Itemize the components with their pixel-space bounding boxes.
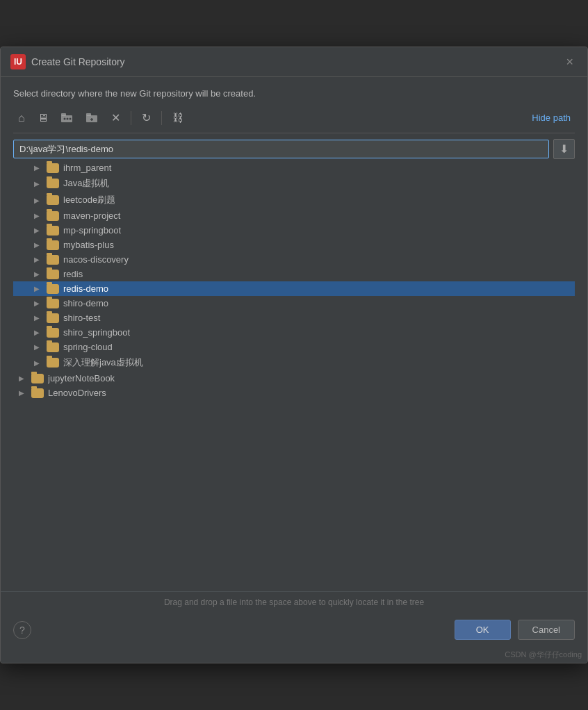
- recent-folder-button[interactable]: [56, 110, 79, 126]
- tree-item[interactable]: ▶mp-springboot: [13, 223, 575, 238]
- close-button[interactable]: ×: [562, 54, 578, 69]
- folder-icon: [47, 284, 59, 294]
- item-label: spring-cloud: [63, 342, 569, 352]
- dialog-subtitle: Select directory where the new Git repos…: [13, 88, 575, 99]
- item-label: 深入理解java虚拟机: [63, 356, 569, 369]
- desktop-button[interactable]: 🖥: [33, 109, 54, 127]
- svg-rect-6: [86, 113, 91, 116]
- folder-icon: [47, 255, 59, 265]
- expand-arrow-icon: ▶: [34, 359, 44, 367]
- item-label: nacos-discovery: [63, 254, 569, 265]
- tree-item[interactable]: ▶redis-demo: [13, 281, 575, 296]
- item-label: maven-project: [63, 210, 569, 221]
- folder-icon: [47, 240, 59, 250]
- path-input-row: ⬇: [13, 139, 575, 159]
- file-tree[interactable]: ▶ihrm_parent▶Java虚拟机▶leetcode刷题▶maven-pr…: [13, 160, 575, 591]
- tree-item[interactable]: ▶maven-project: [13, 208, 575, 223]
- expand-arrow-icon: ▶: [34, 270, 44, 278]
- expand-button[interactable]: ⬇: [553, 139, 575, 159]
- item-label: shiro-demo: [63, 298, 569, 308]
- item-label: leetcode刷题: [63, 194, 569, 206]
- expand-arrow-icon: ▶: [34, 256, 44, 263]
- expand-arrow-icon: ▶: [34, 314, 44, 322]
- file-tree-wrapper: ▶ihrm_parent▶Java虚拟机▶leetcode刷题▶maven-pr…: [13, 160, 575, 591]
- tree-item[interactable]: ▶spring-cloud: [13, 340, 575, 354]
- tree-item[interactable]: ▶深入理解java虚拟机: [13, 354, 575, 371]
- tree-item[interactable]: ▶nacos-discovery: [13, 252, 575, 267]
- item-label: ihrm_parent: [63, 163, 569, 173]
- expand-arrow-icon: ▶: [34, 180, 44, 188]
- expand-arrow-icon: ▶: [34, 164, 44, 172]
- app-icon: IU: [10, 54, 26, 69]
- folder-icon: [31, 374, 44, 383]
- toolbar-separator-2: [161, 111, 162, 125]
- expand-arrow-icon: ▶: [34, 241, 44, 249]
- tree-item[interactable]: ▶shiro-demo: [13, 296, 575, 311]
- expand-arrow-icon: ▶: [19, 374, 28, 382]
- expand-arrow-icon: ▶: [34, 226, 44, 234]
- folder-icon: [47, 270, 59, 279]
- tree-item[interactable]: ▶mybatis-plus: [13, 238, 575, 252]
- item-label: mp-springboot: [63, 225, 569, 236]
- delete-button[interactable]: ✕: [106, 108, 125, 127]
- item-label: shiro_springboot: [63, 327, 569, 338]
- expand-arrow-icon: ▶: [34, 197, 44, 204]
- tree-item[interactable]: ▶ihrm_parent: [13, 160, 575, 175]
- toolbar-separator-1: [131, 111, 131, 125]
- folder-icon: [47, 358, 59, 368]
- dialog-title: Create Git Repository: [31, 56, 125, 67]
- item-label: Java虚拟机: [63, 177, 569, 190]
- folder-icon: [31, 388, 44, 398]
- expand-arrow-icon: ▶: [19, 389, 28, 397]
- tree-item[interactable]: ▶redis: [13, 267, 575, 281]
- folder-icon: [47, 342, 59, 352]
- tree-item[interactable]: ▶LenovoDrivers: [13, 386, 575, 400]
- hide-path-button[interactable]: Hide path: [528, 111, 575, 124]
- item-label: LenovoDrivers: [48, 388, 569, 398]
- ok-button[interactable]: OK: [455, 620, 511, 640]
- folder-icon: [47, 179, 59, 188]
- create-git-repository-dialog: IU Create Git Repository × Select direct…: [0, 47, 588, 663]
- expand-arrow-icon: ▶: [34, 343, 44, 351]
- tree-item[interactable]: ▶shiro-test: [13, 311, 575, 325]
- footer-buttons: OK Cancel: [455, 620, 575, 640]
- folder-icon: [47, 195, 59, 205]
- item-label: mybatis-plus: [63, 240, 569, 250]
- title-bar-left: IU Create Git Repository: [10, 54, 125, 69]
- new-folder-button[interactable]: [81, 110, 104, 126]
- item-label: redis-demo: [63, 283, 569, 294]
- home-button[interactable]: ⌂: [13, 109, 30, 127]
- svg-point-3: [66, 117, 68, 119]
- item-label: shiro-test: [63, 313, 569, 323]
- watermark: CSDN @华仔仔coding: [1, 648, 587, 663]
- svg-point-4: [69, 117, 71, 119]
- expand-arrow-icon: ▶: [34, 329, 44, 336]
- tree-item[interactable]: ▶Java虚拟机: [13, 175, 575, 192]
- tree-item[interactable]: ▶jupyterNoteBook: [13, 371, 575, 386]
- title-bar: IU Create Git Repository ×: [1, 47, 587, 77]
- refresh-button[interactable]: ↻: [137, 108, 156, 127]
- help-button[interactable]: ?: [13, 621, 31, 639]
- svg-point-2: [63, 117, 65, 119]
- folder-icon: [47, 299, 59, 308]
- folder-icon: [47, 313, 59, 323]
- folder-icon: [47, 328, 59, 338]
- link-button[interactable]: ⛓: [168, 109, 188, 127]
- svg-rect-1: [61, 113, 66, 116]
- item-label: jupyterNoteBook: [48, 373, 569, 383]
- tree-item[interactable]: ▶shiro_springboot: [13, 325, 575, 340]
- dialog-body: Select directory where the new Git repos…: [1, 77, 587, 591]
- folder-icon: [47, 163, 59, 173]
- folder-icon: [47, 211, 59, 221]
- expand-arrow-icon: ▶: [34, 212, 44, 220]
- folder-icon: [47, 226, 59, 236]
- expand-arrow-icon: ▶: [34, 299, 44, 307]
- path-input[interactable]: [13, 140, 549, 158]
- tree-item[interactable]: ▶leetcode刷题: [13, 192, 575, 208]
- drag-hint: Drag and drop a file into the space abov…: [1, 591, 587, 613]
- expand-arrow-icon: ▶: [34, 285, 44, 292]
- dialog-footer: ? OK Cancel: [1, 613, 587, 648]
- item-label: redis: [63, 269, 569, 279]
- cancel-button[interactable]: Cancel: [518, 620, 575, 640]
- toolbar: ⌂ 🖥: [13, 108, 575, 133]
